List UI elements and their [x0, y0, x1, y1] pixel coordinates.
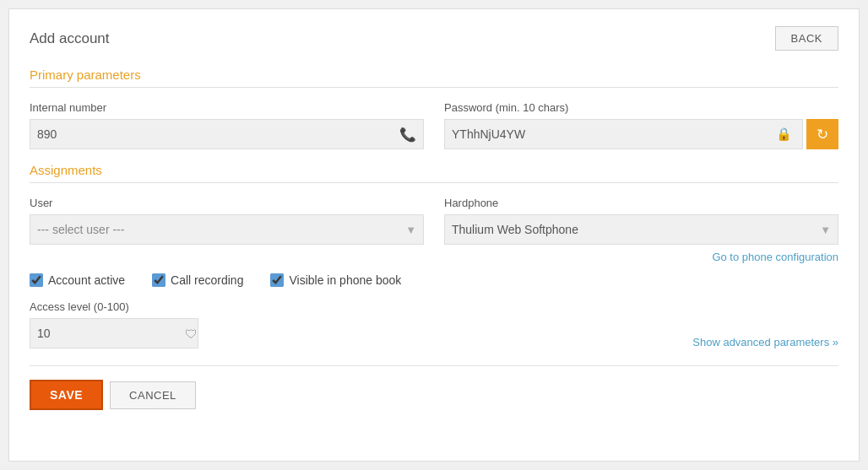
internal-number-group: Internal number 📞	[30, 101, 424, 149]
hardphone-group: Hardphone Thulium Web Softphone ▼	[444, 197, 838, 245]
password-group: Password (min. 10 chars) 🔒 ↻	[444, 101, 838, 149]
phone-config-link[interactable]: Go to phone configuration	[712, 251, 838, 263]
phone-icon: 📞	[399, 127, 416, 143]
access-level-input[interactable]	[37, 327, 185, 340]
phone-config-link-wrapper: Go to phone configuration	[30, 250, 838, 263]
access-level-row: Access level (0-100) 🛡 Show advanced par…	[30, 300, 838, 348]
password-label: Password (min. 10 chars)	[444, 101, 838, 114]
access-level-group: Access level (0-100) 🛡	[30, 300, 198, 348]
primary-parameters-title: Primary parameters	[30, 68, 838, 82]
access-level-label: Access level (0-100)	[30, 300, 198, 313]
page-title: Add account	[30, 30, 110, 47]
advanced-link-wrapper: Show advanced parameters »	[219, 335, 838, 348]
assignments-title: Assignments	[30, 163, 838, 177]
show-advanced-link[interactable]: Show advanced parameters »	[692, 336, 838, 348]
internal-number-input[interactable]	[37, 127, 399, 141]
visible-phone-book-checkbox-label[interactable]: Visible in phone book	[270, 273, 401, 287]
call-recording-checkbox[interactable]	[152, 273, 165, 287]
bottom-divider	[30, 365, 838, 366]
chevron-down-icon-hardphone: ▼	[820, 224, 831, 236]
shield-icon: 🛡	[185, 327, 198, 341]
password-row: 🔒 ↻	[444, 119, 838, 149]
account-active-label: Account active	[48, 273, 125, 287]
page-header: Add account BACK	[30, 26, 838, 51]
internal-number-label: Internal number	[30, 101, 424, 114]
call-recording-checkbox-label[interactable]: Call recording	[152, 273, 243, 287]
hardphone-select-text: Thulium Web Softphone	[452, 223, 820, 236]
hardphone-label: Hardphone	[444, 197, 838, 209]
refresh-icon: ↻	[816, 126, 828, 143]
back-button[interactable]: BACK	[775, 26, 838, 51]
action-row: SAVE CANCEL	[30, 380, 838, 410]
primary-divider	[30, 87, 838, 88]
access-level-input-wrapper: 🛡	[30, 318, 198, 348]
save-button[interactable]: SAVE	[30, 380, 103, 410]
internal-number-input-wrapper: 📞	[30, 119, 424, 149]
hardphone-select[interactable]: Thulium Web Softphone ▼	[444, 214, 838, 245]
user-label: User	[30, 197, 424, 209]
password-input-wrapper: 🔒	[444, 119, 803, 149]
visible-phone-book-label: Visible in phone book	[289, 273, 401, 287]
password-input[interactable]	[452, 127, 773, 141]
checkboxes-row: Account active Call recording Visible in…	[30, 273, 838, 287]
assignments-row: User --- select user --- ▼ Hardphone Thu…	[30, 197, 838, 245]
user-select-text: --- select user ---	[37, 223, 405, 236]
cancel-button[interactable]: CANCEL	[110, 381, 196, 409]
assignments-divider	[30, 182, 838, 183]
call-recording-label: Call recording	[171, 273, 243, 287]
user-group: User --- select user --- ▼	[30, 197, 424, 245]
primary-params-row: Internal number 📞 Password (min. 10 char…	[30, 101, 838, 149]
visible-phone-book-checkbox[interactable]	[270, 273, 284, 287]
chevron-down-icon: ▼	[405, 224, 416, 236]
user-select[interactable]: --- select user --- ▼	[30, 214, 424, 245]
lock-icon: 🔒	[773, 127, 795, 142]
refresh-password-button[interactable]: ↻	[806, 119, 838, 149]
account-active-checkbox[interactable]	[30, 273, 43, 287]
account-active-checkbox-label[interactable]: Account active	[30, 273, 125, 287]
add-account-card: Add account BACK Primary parameters Inte…	[8, 8, 860, 462]
